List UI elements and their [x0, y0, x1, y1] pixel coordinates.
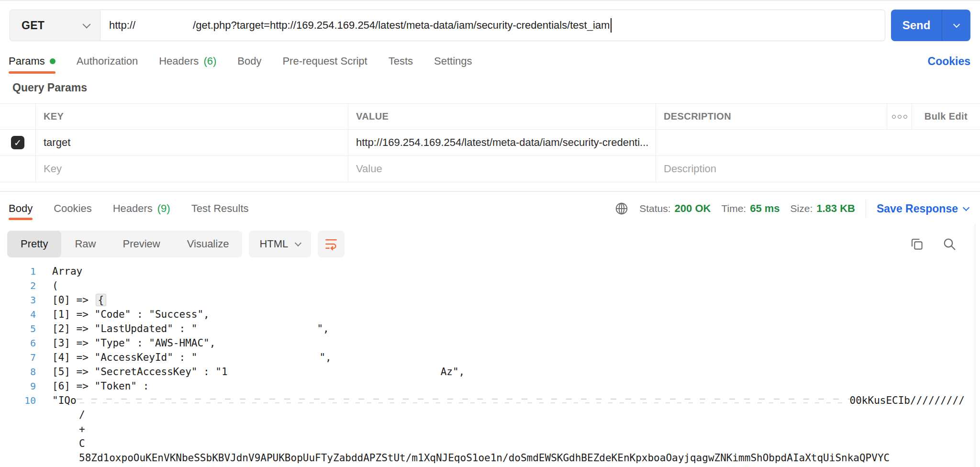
tab-cookies[interactable]: Cookies [54, 196, 91, 221]
method-select[interactable]: GET [10, 10, 100, 41]
request-tabs-row: ParamsAuthorizationHeaders(6)BodyPre-req… [9, 48, 970, 75]
tab-body[interactable]: Body [237, 48, 261, 75]
tab-headers[interactable]: Headers(9) [113, 196, 170, 221]
tab-body[interactable]: Body [9, 196, 33, 221]
checked-checkbox[interactable]: ✓ [11, 136, 24, 149]
chevron-down-icon [83, 20, 91, 28]
send-split-button: Send [891, 10, 970, 41]
divider [866, 200, 866, 218]
bulk-edit-button[interactable]: Bulk Edit [912, 104, 980, 129]
param-value-field[interactable]: Value [348, 156, 656, 182]
pane-splitter[interactable] [0, 191, 980, 192]
response-tabs: BodyCookiesHeaders(9)Test Results [9, 196, 249, 221]
code-line: 7[4] => "AccessKeyId" : "", [0, 350, 974, 365]
line-number [0, 436, 36, 451]
code-line: 58Zd1oxpoOuKEnVKNbeSSbKBVJdnV9APUKBopUuF… [0, 451, 974, 465]
code-line: 1Array [0, 264, 974, 278]
view-mode-switcher: PrettyRawPreviewVisualize [7, 231, 242, 257]
code-line: C [0, 436, 974, 451]
code-line: 9[6] => "Token" : [0, 379, 974, 393]
line-number: 1 [0, 264, 36, 278]
line-number: 3 [0, 293, 36, 307]
search-button[interactable] [942, 236, 957, 252]
response-body: 1Array2(3[0] => {4[1] => "Code" : "Succe… [0, 264, 974, 467]
copy-icon [909, 236, 924, 252]
save-response-button[interactable]: Save Response [877, 202, 969, 215]
tab-test-results[interactable]: Test Results [191, 196, 249, 221]
code-line: 3[0] => { [0, 293, 974, 307]
view-mode-visualize[interactable]: Visualize [174, 231, 243, 257]
params-options-button[interactable] [887, 104, 912, 129]
saved-changes-dot-icon [50, 58, 56, 64]
code-line: 4[1] => "Code" : "Success", [0, 307, 974, 322]
column-header-value: VALUE [348, 104, 656, 129]
tab-tests[interactable]: Tests [389, 48, 413, 75]
scrollbar-track[interactable] [975, 223, 975, 467]
response-tabs-row: BodyCookiesHeaders(9)Test Results [9, 196, 249, 221]
code-line: 5[2] => "LastUpdated" : "", [0, 322, 974, 336]
send-options-button[interactable] [942, 10, 970, 41]
tab-params[interactable]: Params [9, 48, 56, 75]
api-client-request-view: GET http:// /get.php?target=http://169.2… [0, 0, 980, 467]
cookies-link[interactable]: Cookies [928, 55, 970, 68]
url-path: /get.php?target=http://169.254.169.254/l… [193, 19, 610, 32]
param-description-field[interactable] [656, 130, 980, 156]
response-meta: Status:200 OK Time:65 ms Size:1.83 KB Sa… [614, 196, 969, 221]
wrap-text-button[interactable] [318, 231, 345, 257]
view-mode-pretty[interactable]: Pretty [7, 231, 61, 257]
line-number: 6 [0, 336, 36, 350]
param-description-field[interactable]: Description [656, 156, 980, 182]
query-params-table: KEY VALUE DESCRIPTION Bulk Edit ✓ target… [0, 103, 980, 182]
param-row: ✓ target http://169.254.169.254/latest/m… [0, 130, 980, 156]
select-all-cell [0, 104, 36, 129]
time-badge: Time:65 ms [721, 202, 780, 215]
url-scheme: http:// [109, 19, 135, 32]
size-badge: Size:1.83 KB [791, 202, 855, 215]
query-params-title: Query Params [12, 81, 87, 94]
line-number: 10 [0, 393, 36, 408]
response-toolbar: PrettyRawPreviewVisualize HTML [7, 231, 345, 257]
redacted-region [77, 397, 850, 405]
param-checkbox-cell [0, 156, 36, 182]
method-label: GET [22, 19, 45, 32]
param-key-field[interactable]: target [36, 130, 348, 156]
code-line: 6[3] => "Type" : "AWS-HMAC", [0, 336, 974, 350]
code-line: 2( [0, 278, 974, 293]
copy-button[interactable] [909, 236, 924, 252]
text-caret [611, 18, 612, 33]
line-number [0, 422, 36, 436]
param-checkbox-cell: ✓ [0, 130, 36, 156]
line-number [0, 408, 36, 422]
chevron-down-icon [953, 21, 959, 27]
request-tabs: ParamsAuthorizationHeaders(6)BodyPre-req… [9, 48, 472, 75]
code-tools [909, 236, 957, 252]
network-globe-icon[interactable] [614, 201, 629, 216]
view-mode-preview[interactable]: Preview [109, 231, 173, 257]
tab-pre-request-script[interactable]: Pre-request Script [282, 48, 367, 75]
line-number: 7 [0, 350, 36, 365]
tab-authorization[interactable]: Authorization [77, 48, 138, 75]
table-header-row: KEY VALUE DESCRIPTION Bulk Edit [0, 104, 980, 130]
line-number: 5 [0, 322, 36, 336]
wrap-text-icon [324, 237, 338, 251]
line-number: 4 [0, 307, 36, 322]
search-icon [942, 236, 957, 252]
format-select[interactable]: HTML [249, 231, 311, 257]
param-value-field[interactable]: http://169.254.169.254/latest/meta-data/… [348, 130, 656, 156]
tab-headers[interactable]: Headers(6) [159, 48, 216, 75]
line-number [0, 451, 36, 465]
view-mode-raw[interactable]: Raw [61, 231, 109, 257]
line-number: 8 [0, 365, 36, 379]
code-line: 10"IQo00kKusECIb///////// [0, 393, 974, 408]
url-input[interactable]: http:// /get.php?target=http://169.254.1… [100, 10, 885, 41]
chevron-down-icon [295, 239, 301, 246]
tab-settings[interactable]: Settings [434, 48, 472, 75]
status-badge: Status:200 OK [639, 202, 711, 215]
param-key-field[interactable]: Key [36, 156, 348, 182]
send-button[interactable]: Send [891, 10, 942, 41]
line-number: 2 [0, 278, 36, 293]
request-bar: GET http:// /get.php?target=http://169.2… [10, 10, 970, 41]
chevron-down-icon [963, 204, 969, 211]
column-header-description: DESCRIPTION [656, 104, 887, 129]
code-line: + [0, 422, 974, 436]
